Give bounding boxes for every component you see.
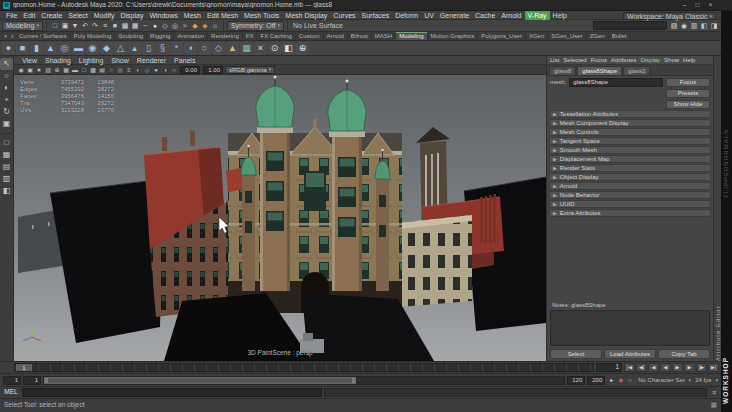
hypershade-toggle-icon[interactable]: ◉: [679, 21, 689, 31]
shelf-menu-icon[interactable]: ▾: [2, 32, 9, 40]
shelf-poly-helix-icon[interactable]: §: [156, 42, 169, 55]
scale-tool-icon[interactable]: ▣: [0, 118, 13, 130]
menu-item[interactable]: Select: [65, 11, 90, 20]
viewport-menu-item[interactable]: View: [19, 57, 40, 64]
shelf-poly-gear-icon[interactable]: *: [170, 42, 183, 55]
selection-mode-dropdown[interactable]: Modeling ▾: [2, 21, 43, 31]
shelf-tab[interactable]: Poly Modeling: [71, 32, 116, 40]
attribute-section-header[interactable]: ▶ Extra Attributes: [549, 209, 711, 217]
textured-icon[interactable]: ◑: [161, 66, 169, 74]
animation-end-field[interactable]: 200: [587, 376, 605, 385]
attribute-section-header[interactable]: ▶ Node Behavior: [549, 191, 711, 199]
construction-history-icon[interactable]: ≈: [180, 21, 190, 31]
menu-item[interactable]: Deform: [392, 11, 421, 20]
footer-button[interactable]: Load Attributes: [604, 349, 656, 359]
shelf-tab[interactable]: Motion Graphics: [428, 32, 479, 40]
shelf-tab[interactable]: Bifrost: [348, 32, 372, 40]
select-by-hierarchy-icon[interactable]: ≡: [100, 21, 110, 31]
menu-item[interactable]: Mesh Display: [282, 11, 330, 20]
image-plane-icon[interactable]: ▨: [44, 66, 52, 74]
attribute-editor-tab[interactable]: glass8: [549, 66, 576, 75]
close-button[interactable]: ×: [704, 1, 717, 10]
animation-preferences-icon[interactable]: ☼: [625, 376, 634, 385]
shelf-tab[interactable]: Bullet: [609, 32, 631, 40]
tool-settings-toggle-icon[interactable]: ◨: [709, 21, 719, 31]
open-scene-icon[interactable]: ▣: [60, 21, 70, 31]
shelf-sculpt-tool-icon[interactable]: ▲: [226, 42, 239, 55]
select-by-component-icon[interactable]: ▩: [120, 21, 130, 31]
range-slider-bar[interactable]: [44, 377, 356, 384]
shelf-poly-disc-icon[interactable]: ◉: [86, 42, 99, 55]
shelf-tab[interactable]: SGen_User: [548, 32, 586, 40]
menu-item[interactable]: V-Ray: [525, 11, 550, 20]
shelf-poly-plane-icon[interactable]: ▬: [72, 42, 85, 55]
shelf-tab[interactable]: Curves / Surfaces: [16, 32, 71, 40]
step-back-frame-button[interactable]: ◀|: [636, 363, 647, 372]
menu-item[interactable]: Curves: [330, 11, 358, 20]
menu-item[interactable]: Edit Mesh: [204, 11, 241, 20]
shelf-tab[interactable]: Arnold: [324, 32, 348, 40]
maximize-button[interactable]: □: [691, 1, 704, 10]
camera-attributes-icon[interactable]: ▣: [26, 66, 34, 74]
lock-camera-icon[interactable]: ◉: [17, 66, 25, 74]
attribute-editor-menu-item[interactable]: Focus: [591, 57, 607, 63]
render-settings-icon[interactable]: ☼: [210, 21, 220, 31]
character-set-dropdown[interactable]: No Character Set: [636, 377, 686, 383]
menu-item[interactable]: Arnold: [498, 11, 524, 20]
shelf-soccer-ball-icon[interactable]: ◖: [184, 42, 197, 55]
menu-item[interactable]: Windows: [146, 11, 180, 20]
playback-end-field[interactable]: 120: [567, 376, 585, 385]
four-pane-layout-icon[interactable]: ▦: [0, 149, 13, 161]
menu-item[interactable]: Mesh Tools: [241, 11, 282, 20]
shelf-poly-torus-icon[interactable]: ◎: [58, 42, 71, 55]
safe-title-icon[interactable]: ◎: [116, 66, 124, 74]
two-pane-stacked-layout-icon[interactable]: ▤: [0, 161, 13, 173]
field-chart-icon[interactable]: ▤: [98, 66, 106, 74]
viewport-canvas[interactable]: Verts: 3739472 19848 Edges: 7455392 3827…: [14, 75, 546, 361]
menu-item[interactable]: Generate: [437, 11, 472, 20]
shelf-tab[interactable]: FX Caching: [257, 32, 295, 40]
fps-dropdown[interactable]: 24 fps: [693, 377, 713, 383]
shelf-tab[interactable]: XGen: [526, 32, 548, 40]
current-time-marker[interactable]: 1: [16, 364, 32, 371]
attribute-editor-menu-item[interactable]: Selected: [563, 57, 586, 63]
menu-item[interactable]: Edit: [20, 11, 38, 20]
attribute-section-header[interactable]: ▶ Mesh Component Display: [549, 119, 711, 127]
menu-item[interactable]: File: [3, 11, 20, 20]
shelf-poly-pipe-icon[interactable]: ▯: [142, 42, 155, 55]
shelf-tab[interactable]: MASH: [372, 32, 396, 40]
step-forward-frame-button[interactable]: |▶: [696, 363, 707, 372]
menu-item[interactable]: UV: [421, 11, 437, 20]
show-hide-button[interactable]: Show Hide: [666, 100, 710, 109]
attribute-section-header[interactable]: ▶ Displacement Map: [549, 155, 711, 163]
two-d-pan-zoom-icon[interactable]: ⊕: [53, 66, 61, 74]
snap-to-grid-icon[interactable]: ▦: [130, 21, 140, 31]
status-input-field[interactable]: [593, 21, 667, 30]
go-to-start-button[interactable]: |◀: [624, 363, 635, 372]
single-pane-layout-icon[interactable]: □: [0, 137, 13, 149]
grid-snap-icon[interactable]: ▦: [711, 402, 717, 409]
menu-item[interactable]: Modify: [91, 11, 118, 20]
shelf-options-icon[interactable]: ≡: [9, 32, 16, 40]
shelf-tab[interactable]: Rigging: [147, 32, 174, 40]
auto-keyframe-icon[interactable]: ◆: [616, 376, 625, 385]
shelf-poly-prism-icon[interactable]: ▴: [128, 42, 141, 55]
shelf-bevel-icon[interactable]: ◧: [282, 42, 295, 55]
shelf-platonic-solid-icon[interactable]: ◆: [100, 42, 113, 55]
step-forward-key-button[interactable]: ▶: [684, 363, 695, 372]
attribute-section-header[interactable]: ▶ Object Display: [549, 173, 711, 181]
shelf-tab[interactable]: Custom: [296, 32, 324, 40]
shelf-target-weld-icon[interactable]: ⊙: [268, 42, 281, 55]
snap-to-point-icon[interactable]: ●: [150, 21, 160, 31]
select-tool-icon[interactable]: ↖: [0, 58, 13, 70]
shelf-poly-cone-icon[interactable]: ▲: [44, 42, 57, 55]
paint-select-tool-icon[interactable]: ◐: [0, 82, 13, 94]
gate-mask-icon[interactable]: ▩: [89, 66, 97, 74]
make-live-icon[interactable]: ◎: [170, 21, 180, 31]
attribute-section-header[interactable]: ▶ Render Stats: [549, 164, 711, 172]
shelf-quad-draw-icon[interactable]: ▦: [240, 42, 253, 55]
shelf-tab[interactable]: Polygons_User: [478, 32, 526, 40]
redo-icon[interactable]: ↷: [90, 21, 100, 31]
attribute-editor-menu-item[interactable]: Help: [683, 57, 695, 63]
viewport-menu-item[interactable]: Shading: [42, 57, 74, 64]
